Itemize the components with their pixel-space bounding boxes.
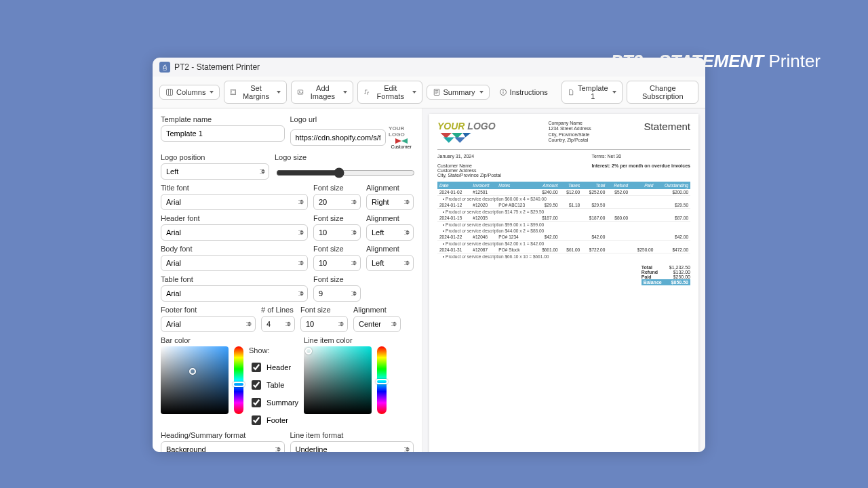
template-name-label: Template name [161, 115, 285, 123]
images-button[interactable]: Add Images [291, 81, 353, 104]
app-icon: ⎙ [159, 62, 170, 73]
bar-hue-slider[interactable] [234, 346, 243, 414]
svg-rect-0 [167, 89, 173, 96]
svg-marker-14 [395, 138, 401, 144]
show-summary-checkbox[interactable] [252, 398, 261, 407]
document-icon [568, 88, 574, 96]
header-align-select[interactable]: Left [366, 224, 414, 241]
title-font-label: Title font [161, 184, 308, 192]
formats-button[interactable]: Edit Formats [357, 81, 422, 104]
footer-font-label: Footer font [161, 306, 256, 314]
show-footer-checkbox[interactable] [252, 415, 261, 425]
chevron-down-icon [277, 91, 281, 94]
preview-logo: YOUR LOGO [437, 121, 496, 145]
statement-table: DateInvoice#NotesAmountTaxesTotalRefundP… [437, 182, 690, 260]
heading-fmt-label: Heading/Summary format [161, 431, 285, 439]
columns-button[interactable]: Columns [159, 85, 220, 100]
statement-date: January 31, 2024 [437, 154, 501, 159]
table-row: 2024-01-22#12046PO# 1234$42.00$42.00$42.… [437, 234, 690, 241]
table-font-label: Table font [161, 275, 308, 283]
title-size-label: Font size [313, 184, 361, 192]
footer-size-select[interactable]: 10 [300, 316, 348, 332]
logo-size-slider[interactable] [276, 167, 415, 178]
chevron-down-icon [343, 91, 347, 94]
show-summary-label: Summary [267, 399, 298, 407]
show-footer-label: Footer [267, 416, 288, 424]
line-color-label: Line item color [304, 336, 414, 344]
title-size-select[interactable]: 20 [313, 194, 361, 210]
footer-size-label: Font size [300, 306, 348, 314]
title-align-select[interactable]: Right [366, 194, 414, 210]
table-size-select[interactable]: 9 [313, 285, 361, 302]
title-font-select[interactable]: Arial [161, 194, 308, 210]
info-icon [499, 88, 507, 96]
heading-fmt-select[interactable]: Background [161, 441, 285, 452]
interest: Interest: 2% per month on overdue invoic… [592, 163, 690, 168]
body-font-label: Body font [161, 245, 308, 253]
logo-size-label: Logo size [275, 153, 414, 161]
body-align-label: Alignment [366, 245, 414, 253]
statement-title: Statement [644, 121, 690, 132]
header-font-select[interactable]: Arial [161, 224, 308, 241]
app-title: PT2 - Statement Printer [174, 62, 260, 72]
bar-color-picker[interactable] [161, 346, 229, 414]
header-align-label: Alignment [366, 214, 414, 222]
body-size-select[interactable]: 10 [313, 255, 361, 271]
terms: Terms: Net 30 [592, 154, 690, 159]
svg-marker-15 [401, 138, 408, 144]
table-row: 2024-01-02#12501$240.00$12.00$252.00$52.… [437, 189, 690, 196]
svg-marker-19 [443, 138, 454, 143]
summary-button[interactable]: Summary [427, 85, 490, 100]
show-table-checkbox[interactable] [252, 380, 261, 390]
logo-pos-select[interactable]: Left [161, 163, 269, 180]
toolbar: Columns Set Margins Add Images Edit Form… [153, 77, 705, 108]
chevron-down-icon [612, 91, 616, 94]
chevron-down-icon [210, 91, 214, 94]
line-color-picker[interactable] [304, 346, 372, 414]
logo-preview: YOUR LOGOCustomer [389, 125, 414, 149]
chevron-down-icon [479, 91, 484, 94]
show-label: Show: [249, 346, 298, 354]
line-fmt-select[interactable]: Underline [290, 441, 414, 452]
chevron-down-icon [412, 91, 416, 94]
logo-pos-label: Logo position [161, 153, 269, 161]
table-font-select[interactable]: Arial [161, 285, 308, 302]
summary-icon [433, 88, 441, 96]
footer-align-select[interactable]: Center [353, 316, 401, 332]
logo-url-input[interactable] [290, 129, 387, 146]
svg-rect-4 [232, 91, 235, 94]
svg-marker-18 [462, 133, 471, 138]
footer-font-select[interactable]: Arial [161, 316, 256, 332]
header-font-label: Header font [161, 214, 308, 222]
svg-point-13 [502, 90, 503, 91]
company-addr: Company Name1234 Street AddressCity, Pro… [548, 121, 591, 144]
body-font-select[interactable]: Arial [161, 255, 308, 271]
margins-button[interactable]: Set Margins [224, 81, 286, 104]
settings-panel: Template name Logo url YOUR LOGOCustomer… [153, 108, 422, 452]
template-select[interactable]: Template 1 [561, 81, 623, 104]
app-window: ⎙ PT2 - Statement Printer Columns Set Ma… [153, 58, 705, 452]
svg-marker-20 [454, 138, 465, 143]
template-name-input[interactable] [161, 125, 285, 142]
title-align-label: Alignment [366, 184, 414, 192]
image-icon [297, 88, 304, 96]
line-fmt-label: Line item format [290, 431, 414, 439]
instructions-button[interactable]: Instructions [494, 85, 553, 99]
table-row: 2024-01-12#12020PO# ABC123$29.50$1.18$29… [437, 202, 690, 209]
columns-icon [165, 88, 174, 96]
body-size-label: Font size [313, 245, 361, 253]
footer-align-label: Alignment [353, 306, 401, 314]
show-header-label: Header [267, 363, 291, 371]
header-size-select[interactable]: 10 [313, 224, 361, 241]
bar-color-label: Bar color [161, 336, 298, 344]
show-header-checkbox[interactable] [252, 363, 261, 372]
subscription-button[interactable]: Change Subscription [627, 81, 698, 104]
body-align-select[interactable]: Left [366, 255, 414, 271]
footer-lines-label: # of Lines [261, 306, 295, 314]
table-row: 2024-01-15#12035$187.00$187.00$80.00$87.… [437, 215, 690, 222]
margins-icon [230, 88, 237, 96]
table-size-label: Font size [313, 275, 361, 283]
preview-panel: YOUR LOGO Company Name1234 Street Addres… [422, 108, 705, 452]
line-hue-slider[interactable] [377, 346, 387, 414]
statement-preview: YOUR LOGO Company Name1234 Street Addres… [429, 114, 698, 452]
